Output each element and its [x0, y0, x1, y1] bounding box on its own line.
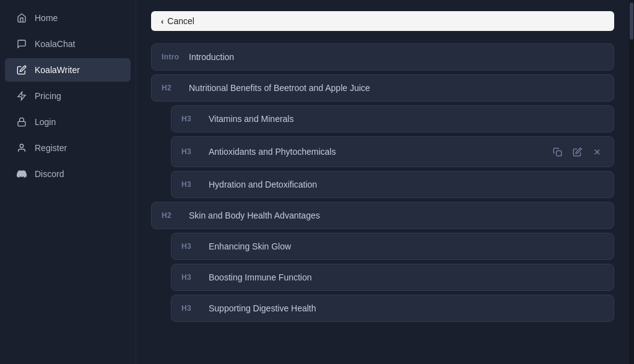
outline-item-h2-1[interactable]: H2Nutritional Benefits of Beetroot and A…	[151, 74, 614, 102]
outline-item-h3-4[interactable]: H3Enhancing Skin Glow	[171, 233, 614, 260]
svg-marker-0	[18, 92, 25, 100]
outline-tag: H3	[181, 147, 204, 156]
outline-text: Introduction	[189, 52, 604, 62]
edit-icon[interactable]	[570, 145, 584, 158]
sidebar-item-discord[interactable]: Discord	[5, 162, 131, 186]
sidebar-item-register[interactable]: Register	[5, 136, 131, 160]
sidebar-item-label: KoalaChat	[35, 39, 75, 49]
outline-text: Vitamins and Minerals	[209, 114, 604, 124]
sidebar-item-home[interactable]: Home	[5, 6, 131, 30]
sidebar-item-label: Discord	[35, 169, 64, 179]
svg-rect-1	[18, 121, 25, 126]
outline-item-h2-2[interactable]: H2Skin and Body Health Advantages	[151, 202, 614, 229]
outline-item-h3-1[interactable]: H3Vitamins and Minerals	[171, 105, 614, 132]
outline-item-h3-6[interactable]: H3Supporting Digestive Health	[171, 295, 614, 322]
sidebar-item-label: Pricing	[35, 91, 61, 101]
lock-icon	[16, 116, 27, 128]
user-icon	[16, 142, 27, 154]
outline-text: Antioxidants and Phytochemicals	[209, 147, 543, 157]
outline-text: Supporting Digestive Health	[209, 303, 604, 313]
close-icon[interactable]	[590, 145, 604, 158]
cancel-label: Cancel	[167, 16, 194, 26]
outline-tag: H3	[181, 242, 204, 251]
outline-item-h3-5[interactable]: H3Boosting Immune Function	[171, 264, 614, 291]
sidebar-item-pricing[interactable]: Pricing	[5, 84, 131, 108]
sidebar-item-label: Register	[35, 143, 67, 153]
sidebar-item-label: KoalaWriter	[35, 65, 80, 75]
main-content: ‹ Cancel IntroIntroductionH2Nutritional …	[136, 0, 629, 364]
outline-actions	[550, 145, 604, 158]
outline-text: Skin and Body Health Advantages	[189, 210, 604, 220]
scrollbar-track[interactable]	[629, 0, 634, 364]
sidebar: HomeKoalaChatKoalaWriterPricingLoginRegi…	[0, 0, 136, 364]
svg-rect-3	[556, 150, 561, 155]
outline-text: Enhancing Skin Glow	[209, 241, 604, 251]
sidebar-item-login[interactable]: Login	[5, 110, 131, 134]
outline-list: IntroIntroductionH2Nutritional Benefits …	[151, 43, 614, 322]
sidebar-item-koalachat[interactable]: KoalaChat	[5, 32, 131, 56]
outline-tag: H3	[181, 273, 204, 282]
discord-icon	[16, 168, 27, 180]
outline-text: Nutritional Benefits of Beetroot and App…	[189, 83, 604, 93]
svg-point-2	[20, 144, 23, 147]
outline-item-h3-2[interactable]: H3Antioxidants and Phytochemicals	[171, 136, 614, 167]
cancel-button[interactable]: ‹ Cancel	[151, 11, 614, 31]
outline-item-intro[interactable]: IntroIntroduction	[151, 43, 614, 71]
outline-item-h3-3[interactable]: H3Hydration and Detoxification	[171, 171, 614, 198]
home-icon	[16, 12, 27, 24]
edit-icon	[16, 64, 27, 76]
copy-icon[interactable]	[550, 145, 564, 158]
scrollbar-thumb	[630, 2, 633, 40]
outline-tag: H2	[162, 211, 184, 220]
outline-text: Boosting Immune Function	[209, 272, 604, 282]
chat-icon	[16, 38, 27, 50]
outline-tag: H3	[181, 115, 204, 123]
outline-text: Hydration and Detoxification	[209, 180, 604, 189]
sidebar-item-label: Home	[35, 13, 58, 23]
sidebar-item-label: Login	[35, 117, 56, 127]
outline-tag: H2	[162, 84, 184, 92]
outline-tag: Intro	[162, 53, 184, 61]
sidebar-item-koalawriter[interactable]: KoalaWriter	[5, 58, 131, 82]
chevron-left-icon: ‹	[161, 17, 163, 26]
outline-tag: H3	[181, 304, 204, 313]
outline-tag: H3	[181, 180, 204, 189]
tag-icon	[16, 90, 27, 102]
